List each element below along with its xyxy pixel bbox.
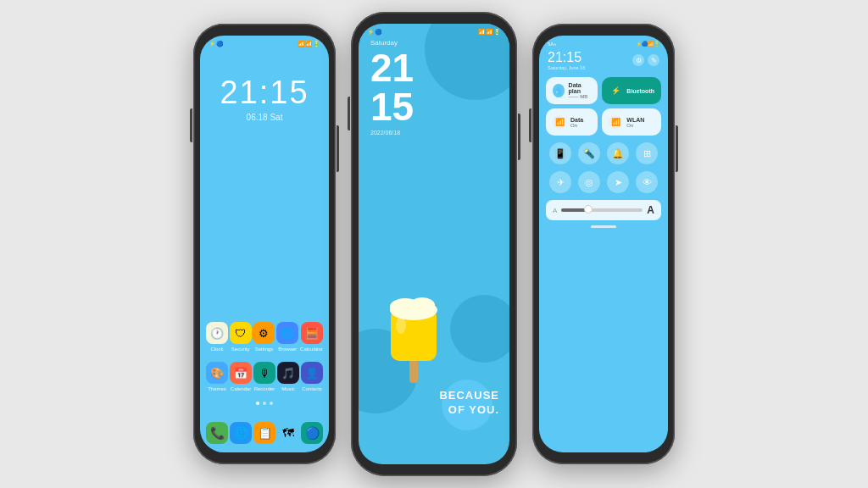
vibrate-button[interactable]: 📳	[549, 142, 571, 164]
mobile-data-icon: 📶	[553, 115, 566, 129]
app-label: Themes	[208, 386, 226, 391]
data-plan-icon: 💧	[553, 84, 565, 97]
recorder-icon: 🎙	[253, 362, 275, 384]
list-item[interactable]: 🎵 Music	[277, 362, 299, 391]
eye-button[interactable]: 👁	[636, 171, 658, 193]
ctrl-btn-row-1: 📳 🔦 🔔 ⊞	[539, 139, 668, 168]
flashlight-button[interactable]: 🔦	[578, 142, 600, 164]
phone1-clock: 21:15 06.18 Sat	[200, 75, 329, 122]
dock-notes[interactable]: 📋	[253, 422, 275, 444]
phone3-screen: 5A+ ⚡🔵📶🔋 21:15 Saturday, June 18 ⚙ ✎ 💧 D…	[539, 36, 668, 452]
dock: 📞 🌐 📋 🗺 🔵	[205, 422, 324, 444]
nfc-button[interactable]: ◎	[578, 171, 600, 193]
phone2-time2: 15	[370, 87, 414, 126]
list-item[interactable]: 📅 Calendar	[230, 362, 252, 391]
list-item[interactable]: 🌐 Browser	[276, 322, 298, 352]
edit-icon[interactable]: ✎	[648, 54, 659, 66]
phone1-date: 06.18 Sat	[200, 113, 329, 122]
app-grid: 🕐 Clock 🛡 Security ⚙ Settings 🌐 Browser …	[205, 322, 324, 410]
brightness-track	[561, 208, 643, 212]
phone-1: ⚡🔵 📶📶🔋 21:15 06.18 Sat 🕐 Clock 🛡 Securit…	[193, 24, 336, 464]
phone-3: 5A+ ⚡🔵📶🔋 21:15 Saturday, June 18 ⚙ ✎ 💧 D…	[532, 24, 675, 464]
cast-button[interactable]: ⊞	[636, 142, 658, 164]
dock-maps[interactable]: 🗺	[277, 422, 299, 444]
mobile-data-label: Data	[570, 117, 583, 123]
calendar-icon: 📅	[230, 362, 252, 384]
bluetooth-tile[interactable]: ⚡ Bluetooth	[602, 77, 661, 104]
list-item[interactable]: 🛡 Security	[230, 322, 252, 352]
app-label: Settings	[255, 347, 274, 352]
home-bar	[591, 225, 616, 228]
app-label: Calendar	[231, 386, 251, 391]
dot	[263, 402, 266, 405]
bluetooth-icon: ⚡	[609, 84, 622, 97]
ctrl-date: Saturday, June 18	[548, 65, 585, 70]
status-bar-1: ⚡🔵 📶📶🔋	[200, 36, 329, 49]
list-item[interactable]: ⚙ Settings	[253, 322, 275, 352]
phone2-clock: Saturday 21 15 2022/06/18	[370, 39, 414, 136]
location-button[interactable]: ➤	[607, 171, 629, 193]
list-item[interactable]: 🎙 Recorder	[253, 362, 275, 391]
list-item[interactable]: 🧮 Calculator	[300, 322, 323, 352]
app-row-1: 🕐 Clock 🛡 Security ⚙ Settings 🌐 Browser …	[205, 322, 324, 352]
wlan-label: WLAN	[626, 117, 644, 123]
wlan-tile[interactable]: 📶 WLAN On	[602, 108, 661, 136]
svg-point-4	[409, 297, 435, 313]
phone2-time1: 21	[370, 48, 414, 87]
phone1-screen: ⚡🔵 📶📶🔋 21:15 06.18 Sat 🕐 Clock 🛡 Securit…	[200, 36, 329, 452]
wlan-sublabel: On	[626, 123, 644, 128]
data-plan-sublabel: —— MB	[569, 94, 592, 99]
phone-2: ⚡🔵 📶📶🔋 Saturday 21 15 2022/06/18	[351, 12, 517, 476]
airplane-button[interactable]: ✈	[549, 171, 571, 193]
app-label: Browser	[278, 347, 297, 352]
phone2-text-overlay: BECAUSEOF YOU.	[439, 389, 499, 418]
popsicle-image	[376, 291, 452, 388]
browser-icon: 🌐	[276, 322, 298, 344]
status-bar-3: 5A+ ⚡🔵📶🔋	[539, 36, 668, 48]
phone2-date: 2022/06/18	[370, 130, 414, 136]
bell-button[interactable]: 🔔	[607, 142, 629, 164]
settings-icon: ⚙	[253, 322, 275, 344]
phone2-screen: ⚡🔵 📶📶🔋 Saturday 21 15 2022/06/18	[359, 24, 509, 464]
bluetooth-label: Bluetooth	[626, 88, 654, 94]
dot-active	[256, 402, 259, 405]
wave-bottom-right	[450, 295, 509, 363]
mobile-data-sublabel: On	[570, 123, 583, 128]
wlan-icon: 📶	[609, 115, 622, 129]
data-plan-tile[interactable]: 💧 Data plan —— MB	[546, 77, 598, 104]
phone1-time: 21:15	[200, 75, 329, 111]
ctrl-btn-row-2: ✈ ◎ ➤ 👁	[539, 168, 668, 197]
ctrl-tile-grid: 💧 Data plan —— MB ⚡ Bluetooth 📶 Data On	[539, 74, 668, 139]
list-item[interactable]: 👤 Contacts	[301, 362, 323, 391]
list-item[interactable]: 🎨 Themes	[206, 362, 228, 391]
app-label: Music	[281, 386, 295, 391]
data-plan-text: Data plan —— MB	[569, 82, 592, 99]
brightness-fill	[561, 208, 586, 212]
ctrl-header: 21:15 Saturday, June 18 ⚙ ✎	[539, 48, 668, 74]
app-label: Calculator	[300, 347, 323, 352]
bluetooth-text: Bluetooth	[626, 88, 654, 94]
mobile-data-tile[interactable]: 📶 Data On	[546, 108, 598, 136]
ctrl-time-group: 21:15 Saturday, June 18	[548, 50, 585, 70]
brightness-thumb[interactable]	[584, 205, 593, 214]
ctrl-time: 21:15	[548, 50, 585, 65]
app-label: Clock	[210, 347, 223, 352]
dock-browser[interactable]: 🌐	[230, 422, 252, 444]
settings-icon[interactable]: ⚙	[632, 54, 644, 66]
ctrl-header-icons: ⚙ ✎	[632, 54, 659, 66]
brightness-large-a: A	[647, 204, 654, 216]
page-dots	[205, 402, 324, 405]
dock-app5[interactable]: 🔵	[301, 422, 323, 444]
dot	[270, 402, 273, 405]
data-plan-label: Data plan	[569, 82, 592, 94]
calculator-icon: 🧮	[301, 322, 323, 344]
app-label: Security	[231, 347, 250, 352]
dock-phone[interactable]: 📞	[206, 422, 228, 444]
mobile-data-text: Data On	[570, 117, 583, 128]
status-bar-2: ⚡🔵 📶📶🔋	[359, 24, 509, 37]
app-row-2: 🎨 Themes 📅 Calendar 🎙 Recorder 🎵 Music 👤	[205, 362, 324, 391]
app-label: Contacts	[302, 386, 322, 391]
brightness-control: A A	[546, 200, 661, 220]
list-item[interactable]: 🕐 Clock	[206, 322, 228, 352]
phone2-day: Saturday	[370, 39, 414, 47]
